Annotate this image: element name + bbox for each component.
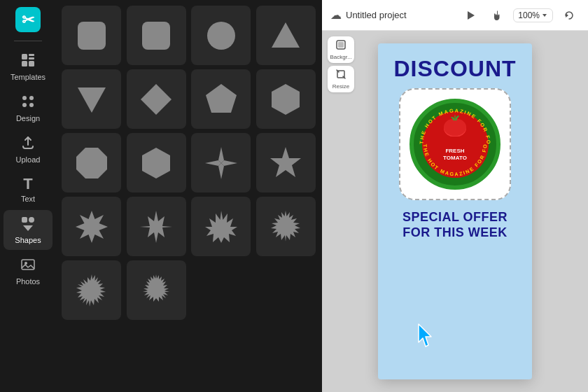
shape-star-8[interactable] (127, 197, 186, 256)
svg-rect-11 (22, 217, 27, 223)
upload-icon (20, 135, 36, 153)
photos-icon (20, 257, 36, 274)
project-title[interactable]: Untitled project (346, 10, 407, 20)
svg-rect-6 (29, 61, 34, 66)
svg-point-9 (22, 103, 27, 107)
shape-starburst-16[interactable] (127, 260, 186, 320)
svg-rect-14 (22, 260, 34, 270)
svg-point-8 (29, 96, 34, 100)
svg-marker-19 (272, 22, 300, 48)
shape-triangle-down[interactable] (62, 69, 121, 129)
svg-marker-29 (205, 160, 221, 166)
svg-marker-36 (143, 274, 169, 302)
shape-hexagon-2[interactable] (127, 133, 186, 192)
sidebar-item-text-label: Text (21, 195, 35, 203)
shapes-grid (62, 6, 316, 320)
design-icon (20, 94, 36, 111)
resize-tool-button[interactable]: Resize (328, 66, 354, 92)
svg-marker-27 (221, 160, 237, 166)
shape-starburst-12[interactable] (256, 197, 316, 256)
sidebar-item-upload[interactable]: Upload (4, 130, 52, 169)
shape-triangle-up[interactable] (256, 6, 316, 65)
svg-marker-26 (218, 147, 224, 163)
special-offer-text: SPECIAL OFFERFOR THIS WEEK (402, 210, 507, 240)
svg-marker-31 (76, 211, 108, 243)
sidebar-item-shapes-label: Shapes (15, 236, 41, 244)
shape-star-10[interactable] (191, 197, 251, 256)
svg-point-46 (444, 118, 466, 136)
svg-rect-4 (29, 57, 34, 59)
svg-marker-37 (468, 11, 475, 20)
resize-tool-label: Resize (332, 83, 349, 90)
topbar-right: 100% (460, 5, 580, 26)
shape-diamond[interactable] (127, 69, 186, 129)
sidebar: ✂ Templates Design Upload T Text Shapes (0, 0, 56, 392)
svg-rect-17 (142, 22, 170, 50)
canvas-topbar: ☁ Untitled project 100% (322, 0, 588, 31)
svg-marker-22 (206, 84, 237, 113)
svg-marker-24 (76, 148, 107, 178)
svg-marker-32 (140, 211, 172, 243)
svg-marker-21 (141, 84, 172, 115)
sidebar-item-upload-label: Upload (16, 155, 41, 164)
cloud-icon: ☁ (330, 8, 342, 22)
shapes-panel (56, 0, 322, 392)
svg-text:✂: ✂ (22, 11, 35, 29)
sidebar-item-text[interactable]: T Text (4, 171, 52, 209)
background-tool-button[interactable]: Backgr... (328, 36, 354, 63)
svg-point-10 (29, 103, 34, 107)
shape-rounded-square[interactable] (62, 6, 121, 65)
play-button[interactable] (460, 5, 481, 26)
sidebar-item-design[interactable]: Design (4, 88, 52, 128)
shape-rounded-square-2[interactable] (127, 6, 186, 65)
svg-rect-16 (78, 22, 106, 50)
undo-button[interactable] (559, 5, 580, 26)
shape-pentagon[interactable] (191, 69, 251, 129)
sidebar-item-photos-label: Photos (16, 277, 40, 286)
tomato-badge: THE HOT MAGAZINE FOR FOX THE HOT MAGAZIN… (410, 99, 500, 190)
background-tool-label: Backgr... (330, 54, 351, 60)
svg-point-7 (22, 96, 27, 100)
design-canvas: DISCOUNT THE HOT MAGAZINE FOR FOX THE (378, 43, 532, 379)
svg-rect-2 (22, 54, 27, 59)
canvas-main[interactable]: Backgr... Resize DISCOUNT (322, 31, 588, 392)
shape-starburst-14[interactable] (62, 260, 121, 320)
app-logo[interactable]: ✂ (15, 7, 41, 32)
svg-marker-38 (542, 14, 547, 17)
hand-tool-button[interactable] (486, 5, 507, 26)
zoom-control[interactable]: 100% (513, 8, 553, 22)
text-icon: T (23, 176, 32, 192)
shape-hexagon[interactable] (256, 69, 316, 129)
shape-star-4[interactable] (191, 133, 251, 192)
svg-point-12 (29, 217, 34, 223)
svg-marker-34 (271, 211, 300, 241)
svg-marker-23 (272, 84, 300, 115)
tomato-badge-container: THE HOT MAGAZINE FOR FOX THE HOT MAGAZIN… (399, 88, 511, 200)
templates-icon (20, 52, 36, 70)
canvas-area: ☁ Untitled project 100% (322, 0, 588, 392)
shape-octagon[interactable] (62, 133, 121, 192)
resize-tool-icon (335, 69, 346, 82)
zoom-value: 100% (518, 10, 540, 20)
svg-marker-35 (76, 274, 106, 307)
svg-marker-28 (218, 163, 224, 179)
svg-rect-41 (338, 42, 344, 48)
svg-marker-13 (23, 225, 33, 231)
sidebar-item-templates-label: Templates (10, 73, 46, 81)
svg-point-18 (207, 22, 235, 50)
shape-star-5[interactable] (256, 133, 316, 192)
svg-rect-5 (22, 61, 27, 66)
discount-title: DISCOUNT (393, 57, 516, 80)
sidebar-item-templates[interactable]: Templates (4, 47, 52, 87)
sidebar-divider (14, 41, 42, 41)
svg-marker-33 (205, 211, 237, 243)
svg-marker-30 (270, 147, 301, 177)
background-tool-icon (335, 39, 346, 52)
shape-star-6[interactable] (62, 197, 121, 256)
sidebar-item-photos[interactable]: Photos (4, 251, 52, 291)
shape-circle[interactable] (191, 6, 251, 65)
sidebar-item-design-label: Design (16, 114, 40, 122)
shapes-icon (20, 216, 36, 233)
svg-marker-25 (142, 148, 170, 178)
sidebar-item-shapes[interactable]: Shapes (4, 210, 52, 250)
